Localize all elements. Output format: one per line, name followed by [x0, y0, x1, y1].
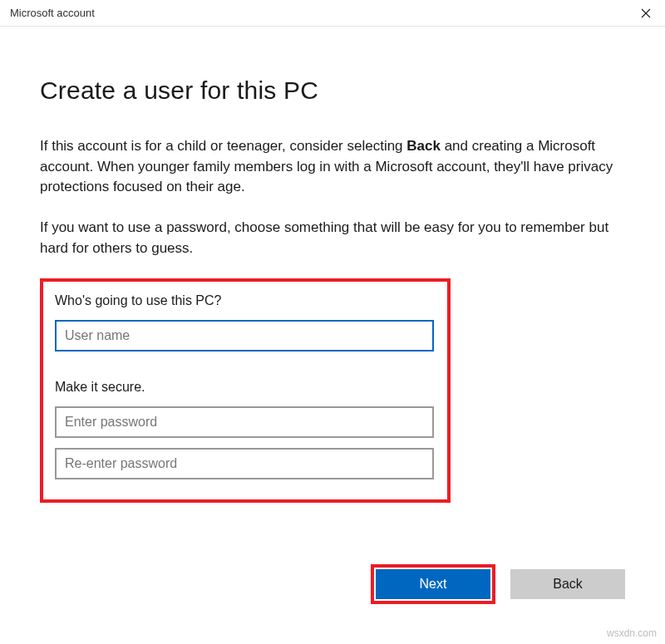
who-label: Who's going to use this PC?	[55, 293, 434, 308]
button-row: Next Back	[371, 564, 625, 604]
secure-label: Make it secure.	[55, 380, 434, 395]
next-button[interactable]: Next	[376, 569, 490, 599]
close-icon	[641, 8, 651, 18]
titlebar: Microsoft account	[0, 0, 665, 27]
p1-bold: Back	[406, 138, 441, 154]
password-input[interactable]	[55, 406, 434, 438]
reenter-password-input[interactable]	[55, 448, 434, 479]
intro-paragraph-1: If this account is for a child or teenag…	[40, 136, 622, 198]
watermark: wsxdn.com	[607, 627, 657, 639]
p1-pre: If this account is for a child or teenag…	[40, 138, 406, 154]
page-heading: Create a user for this PC	[40, 76, 625, 105]
username-input[interactable]	[55, 320, 434, 351]
content-area: Create a user for this PC If this accoun…	[0, 27, 665, 503]
form-section: Who's going to use this PC? Make it secu…	[40, 278, 451, 503]
close-button[interactable]	[627, 0, 665, 27]
next-button-highlight: Next	[371, 564, 495, 604]
intro-paragraph-2: If you want to use a password, choose so…	[40, 218, 622, 258]
window-title: Microsoft account	[10, 7, 95, 19]
back-button[interactable]: Back	[510, 569, 625, 599]
